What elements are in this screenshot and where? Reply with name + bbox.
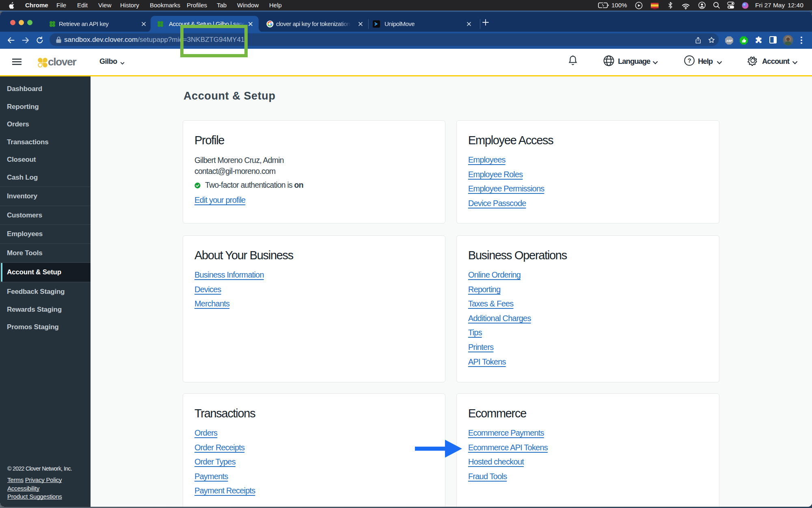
svg-text:ISO: ISO (653, 8, 657, 9)
svg-text:ABP: ABP (726, 39, 732, 42)
svg-text:?: ? (687, 57, 691, 64)
